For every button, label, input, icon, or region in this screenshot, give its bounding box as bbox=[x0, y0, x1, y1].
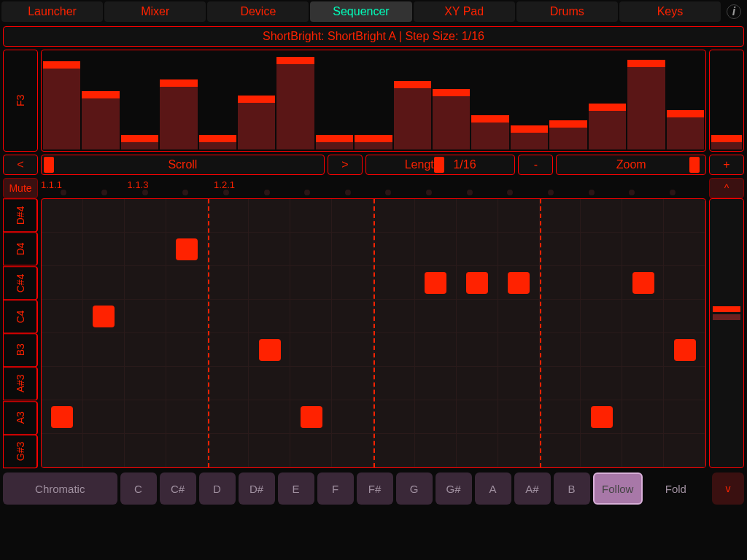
tab-xypad[interactable]: XY Pad bbox=[414, 1, 515, 22]
timeline-dot bbox=[304, 190, 310, 195]
velocity-note-label[interactable]: F3 bbox=[3, 50, 38, 152]
key-D[interactable]: D bbox=[199, 472, 236, 505]
key-As[interactable]: A# bbox=[514, 472, 551, 505]
scroll-down-button[interactable]: v bbox=[712, 472, 744, 505]
zoom-in-button[interactable]: + bbox=[709, 155, 744, 175]
beat-divider bbox=[374, 199, 375, 467]
tab-device[interactable]: Device bbox=[207, 1, 309, 22]
length-control[interactable]: Length: 1/16 bbox=[365, 155, 516, 175]
velocity-bar[interactable] bbox=[316, 135, 353, 149]
sequencer-note[interactable] bbox=[301, 406, 322, 428]
velocity-bar[interactable] bbox=[511, 125, 548, 150]
key-G[interactable]: G bbox=[396, 472, 433, 505]
zoom-handle[interactable] bbox=[689, 157, 700, 173]
note-label-A3[interactable]: A3 bbox=[3, 401, 38, 435]
zoom-label: Zoom bbox=[616, 158, 646, 171]
tab-drums[interactable]: Drums bbox=[516, 1, 618, 22]
timeline-dot bbox=[507, 190, 513, 195]
key-Fs[interactable]: F# bbox=[357, 472, 393, 505]
length-value: 1/16 bbox=[453, 158, 476, 171]
scroll-handle[interactable] bbox=[44, 157, 54, 173]
key-E[interactable]: E bbox=[278, 472, 314, 505]
tab-mixer[interactable]: Mixer bbox=[104, 1, 206, 22]
scroll-up-button[interactable]: ^ bbox=[709, 178, 744, 198]
sequencer-note[interactable] bbox=[259, 339, 281, 361]
velocity-bar[interactable] bbox=[355, 135, 392, 149]
note-label-As3[interactable]: A#3 bbox=[3, 367, 38, 400]
key-B[interactable]: B bbox=[554, 472, 590, 505]
key-Ds[interactable]: D# bbox=[239, 472, 275, 505]
velocity-bar[interactable] bbox=[82, 91, 119, 149]
time-label: 1.2.1 bbox=[214, 179, 235, 190]
velocity-bar[interactable] bbox=[549, 120, 587, 149]
tab-sequencer[interactable]: Sequencer bbox=[310, 1, 411, 22]
velocity-bar[interactable] bbox=[433, 89, 470, 149]
key-C[interactable]: C bbox=[120, 472, 157, 505]
timeline-dot bbox=[182, 190, 188, 195]
zoom-slider[interactable]: Zoom bbox=[556, 155, 706, 175]
note-label-Ds4[interactable]: D#4 bbox=[3, 198, 38, 232]
velocity-bar[interactable] bbox=[627, 60, 665, 149]
scroll-prev-button[interactable]: < bbox=[3, 155, 38, 175]
sequencer-note[interactable] bbox=[176, 238, 198, 260]
timeline-dot bbox=[101, 190, 107, 195]
velocity-bar[interactable] bbox=[43, 61, 80, 149]
velocity-bar[interactable] bbox=[121, 135, 158, 149]
timeline-dot bbox=[548, 190, 554, 195]
sequencer-note[interactable] bbox=[508, 272, 530, 294]
mute-button[interactable]: Mute bbox=[3, 178, 38, 198]
timeline-dot bbox=[426, 190, 432, 195]
length-handle[interactable] bbox=[434, 157, 444, 173]
tab-bar: Launcher Mixer Device Sequencer XY Pad D… bbox=[0, 0, 747, 23]
scroll-slider[interactable]: Scroll bbox=[41, 155, 325, 175]
velocity-bar[interactable] bbox=[471, 115, 508, 149]
sequencer-note[interactable] bbox=[51, 406, 73, 428]
sequencer-note[interactable] bbox=[674, 339, 696, 361]
fold-button[interactable]: Fold bbox=[646, 472, 706, 505]
velocity-bar[interactable] bbox=[199, 135, 236, 149]
velocity-bar[interactable] bbox=[160, 79, 197, 149]
note-label-Cs4[interactable]: C#4 bbox=[3, 266, 38, 300]
follow-button[interactable]: Follow bbox=[593, 472, 643, 505]
sequencer-note[interactable] bbox=[591, 406, 613, 428]
timeline-dot bbox=[385, 190, 391, 195]
scroll-next-button[interactable]: > bbox=[328, 155, 363, 175]
velocity-overflow[interactable] bbox=[709, 50, 744, 152]
sequencer-note[interactable] bbox=[93, 306, 115, 327]
timeline-track[interactable]: 1.1.11.1.31.2.1 bbox=[41, 178, 706, 198]
tab-launcher[interactable]: Launcher bbox=[1, 1, 103, 22]
sequencer-note[interactable] bbox=[425, 272, 446, 294]
tab-keys[interactable]: Keys bbox=[619, 1, 721, 22]
sequencer-grid[interactable] bbox=[41, 198, 706, 468]
timeline-dot bbox=[264, 190, 270, 195]
note-label-C4[interactable]: C4 bbox=[3, 300, 38, 333]
minimap[interactable] bbox=[709, 198, 744, 468]
key-Gs[interactable]: G# bbox=[436, 472, 472, 505]
timeline-dot bbox=[629, 190, 635, 195]
velocity-bar[interactable] bbox=[238, 96, 275, 149]
info-icon[interactable]: i bbox=[727, 4, 741, 19]
note-label-D4[interactable]: D4 bbox=[3, 232, 38, 265]
key-Cs[interactable]: C# bbox=[160, 472, 196, 505]
beat-divider bbox=[208, 199, 209, 467]
note-label-B3[interactable]: B3 bbox=[3, 333, 38, 367]
sequencer-note[interactable] bbox=[632, 272, 654, 294]
velocity-panel[interactable] bbox=[41, 50, 706, 152]
scroll-label: Scroll bbox=[168, 158, 197, 171]
timeline-dot bbox=[345, 190, 351, 195]
zoom-out-button[interactable]: - bbox=[518, 155, 553, 175]
chromatic-button[interactable]: Chromatic bbox=[3, 472, 117, 505]
preset-header[interactable]: ShortBright: ShortBright A | Step Size: … bbox=[3, 26, 744, 47]
sequencer-note[interactable] bbox=[466, 272, 488, 294]
velocity-bar[interactable] bbox=[589, 104, 626, 149]
velocity-bar[interactable] bbox=[276, 57, 314, 149]
timeline-dot bbox=[223, 190, 229, 195]
timeline-dot bbox=[670, 190, 676, 195]
velocity-bar[interactable] bbox=[667, 110, 704, 149]
key-A[interactable]: A bbox=[475, 472, 511, 505]
key-F[interactable]: F bbox=[317, 472, 354, 505]
minimap-note bbox=[713, 306, 740, 312]
timeline-dot bbox=[142, 190, 148, 195]
note-label-Gs3[interactable]: G#3 bbox=[3, 435, 38, 468]
velocity-bar[interactable] bbox=[394, 81, 431, 149]
